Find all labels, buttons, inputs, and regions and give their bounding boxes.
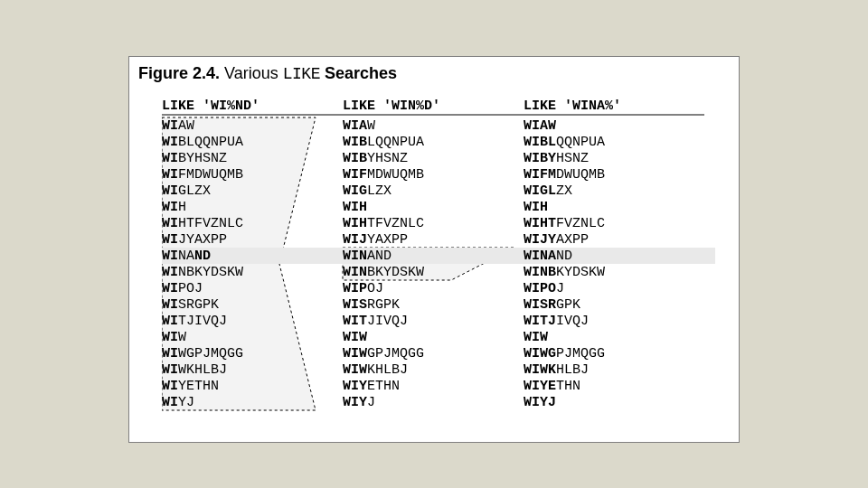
word-cell: WIHTFVZNLC xyxy=(524,216,605,231)
word-cell: WIAW xyxy=(524,118,556,134)
word-cell: WITJIVQJ xyxy=(524,314,589,329)
word-cell: WIFMDWUQMB xyxy=(162,167,243,183)
caption-rest: Searches xyxy=(320,64,397,82)
caption-keyword: LIKE xyxy=(283,65,320,83)
word-cell: WIJYAXPP xyxy=(162,232,227,248)
figure-caption: Figure 2.4. Various LIKE Searches xyxy=(138,64,397,83)
word-cell: WIBLQQNPUA xyxy=(343,135,424,150)
word-cell: WIW xyxy=(162,330,186,345)
word-cell: WITJIVQJ xyxy=(162,314,227,329)
word-cell: WIWKHLBJ xyxy=(162,362,227,378)
word-cell: WIGLZX xyxy=(343,183,392,199)
word-cell: WISRGPK xyxy=(343,297,400,313)
word-cell: WINBKYDSKW xyxy=(343,265,424,280)
word-cell: WIYJ xyxy=(524,395,556,410)
word-cell: WIFMDWUQMB xyxy=(524,167,605,183)
word-cell: WIBYHSNZ xyxy=(343,151,408,166)
column-header: LIKE 'WIN%D' xyxy=(343,99,440,114)
word-cell: WIHTFVZNLC xyxy=(162,216,243,231)
word-cell: WIWGPJMQGG xyxy=(162,346,243,361)
word-cell: WIWGPJMQGG xyxy=(524,346,605,361)
word-cell: WIH xyxy=(162,200,186,215)
word-cell: WINAND xyxy=(343,249,392,264)
word-cell: WIH xyxy=(343,200,367,215)
word-cell: WIW xyxy=(343,330,367,345)
word-cell: WINBKYDSKW xyxy=(162,265,243,280)
word-cell: WIYJ xyxy=(162,395,194,410)
word-cell: WINAND xyxy=(162,249,211,264)
column-header: LIKE 'WI%ND' xyxy=(162,99,259,114)
word-cell: WIBYHSNZ xyxy=(162,151,227,166)
word-cell: WIJYAXPP xyxy=(343,232,408,248)
column-header: LIKE 'WINA%' xyxy=(524,99,621,114)
word-cell: WISRGPK xyxy=(524,297,580,313)
word-cell: WINAND xyxy=(524,249,572,264)
word-cell: WISRGPK xyxy=(162,297,219,313)
word-cell: WIW xyxy=(524,330,548,345)
word-cell: WIBYHSNZ xyxy=(524,151,589,166)
word-cell: WIWKHLBJ xyxy=(524,362,589,378)
word-cell: WIYETHN xyxy=(162,379,219,394)
word-cell: WIJYAXPP xyxy=(524,232,589,248)
word-cell: WIHTFVZNLC xyxy=(343,216,424,231)
word-cell: WITJIVQJ xyxy=(343,314,408,329)
word-cell: WIGLZX xyxy=(524,183,572,199)
word-cell: WIPOJ xyxy=(524,281,564,296)
word-cell: WIYETHN xyxy=(343,379,400,394)
word-cell: WINBKYDSKW xyxy=(524,265,605,280)
figure-frame: Figure 2.4. Various LIKE Searches LIKE '… xyxy=(128,56,740,443)
word-cell: WIPOJ xyxy=(343,281,383,296)
word-cell: WIGLZX xyxy=(162,183,211,199)
figure-body: LIKE 'WI%ND'LIKE 'WIN%D'LIKE 'WINA%'WIAW… xyxy=(162,93,715,436)
caption-fig: Figure 2.4. xyxy=(138,64,220,82)
caption-mid: Various xyxy=(220,64,283,82)
word-cell: WIH xyxy=(524,200,548,215)
svg-rect-2 xyxy=(162,248,715,264)
word-cell: WIYJ xyxy=(343,395,375,410)
word-cell: WIBLQQNPUA xyxy=(524,135,605,150)
word-cell: WIPOJ xyxy=(162,281,203,296)
word-cell: WIWKHLBJ xyxy=(343,362,408,378)
word-cell: WIFMDWUQMB xyxy=(343,167,424,183)
word-cell: WIBLQQNPUA xyxy=(162,135,243,150)
word-cell: WIAW xyxy=(343,118,375,134)
word-cell: WIWGPJMQGG xyxy=(343,346,424,361)
word-cell: WIAW xyxy=(162,118,194,134)
word-cell: WIYETHN xyxy=(524,379,580,394)
